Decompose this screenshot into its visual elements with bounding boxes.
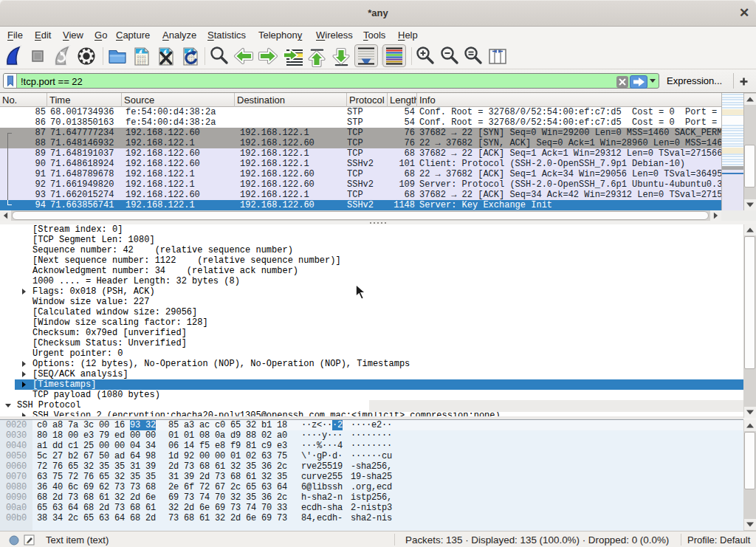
svg-text:0111: 0111 — [137, 62, 146, 66]
